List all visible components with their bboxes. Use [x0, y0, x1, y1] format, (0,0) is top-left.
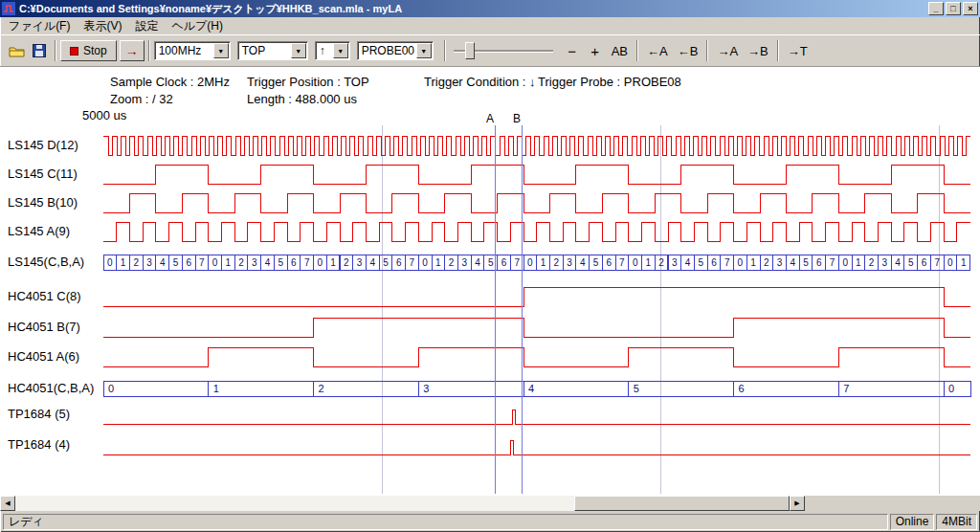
- move-b-left-button[interactable]: ←B: [673, 40, 703, 61]
- svg-text:6: 6: [291, 257, 297, 268]
- svg-text:1: 1: [750, 257, 756, 268]
- svg-text:7: 7: [304, 257, 310, 268]
- zoom-out-button[interactable]: −: [561, 40, 584, 61]
- run-arrow-icon: →: [125, 43, 139, 58]
- svg-text:1: 1: [226, 257, 232, 268]
- svg-text:3: 3: [252, 257, 257, 268]
- svg-text:0: 0: [108, 383, 114, 394]
- svg-text:1: 1: [856, 257, 861, 268]
- statusbar: レディ Online 4MBit: [0, 511, 980, 532]
- waveform-plot[interactable]: 0123456701234567012345670123456701234567…: [0, 67, 980, 496]
- minimize-button[interactable]: _: [928, 2, 944, 15]
- svg-text:1: 1: [435, 257, 441, 268]
- svg-text:3: 3: [462, 257, 468, 268]
- run-button[interactable]: →: [120, 40, 145, 61]
- svg-text:5: 5: [488, 257, 494, 268]
- save-button[interactable]: [28, 40, 51, 61]
- move-a-left-button[interactable]: ←A: [642, 40, 673, 61]
- move-a-right-button[interactable]: →A: [712, 40, 743, 61]
- svg-text:4: 4: [160, 257, 166, 268]
- svg-text:5: 5: [634, 383, 639, 394]
- svg-text:2: 2: [449, 257, 455, 268]
- scrollbar-thumb[interactable]: [574, 496, 790, 511]
- goto-trigger-button[interactable]: →T: [783, 40, 813, 61]
- chevron-down-icon[interactable]: ▼: [213, 43, 229, 58]
- ab-range-button[interactable]: AB: [607, 40, 633, 61]
- trigger-edge-select[interactable]: ↑ ▼: [315, 41, 350, 60]
- open-file-button[interactable]: [5, 40, 28, 61]
- menu-settings[interactable]: 設定: [128, 17, 165, 35]
- svg-text:4: 4: [265, 257, 271, 268]
- svg-text:4: 4: [528, 383, 534, 394]
- slider-thumb[interactable]: [465, 42, 475, 59]
- probe-select[interactable]: PROBE00 ▼: [357, 41, 434, 60]
- sample-clock-select[interactable]: 100MHz ▼: [154, 41, 231, 60]
- svg-text:5: 5: [383, 257, 389, 268]
- zoom-in-button[interactable]: +: [584, 40, 607, 61]
- scroll-left-icon[interactable]: ◀: [0, 496, 15, 511]
- svg-text:0: 0: [212, 257, 218, 268]
- svg-text:0: 0: [527, 257, 533, 268]
- sample-clock-value: 100MHz: [155, 44, 213, 57]
- svg-text:7: 7: [934, 257, 940, 268]
- stop-button[interactable]: Stop: [60, 40, 117, 61]
- svg-text:6: 6: [186, 257, 191, 268]
- toolbar: Stop → 100MHz ▼ TOP ▼ ↑ ▼ PROBE00 ▼ − + …: [0, 34, 980, 67]
- svg-text:6: 6: [816, 257, 822, 268]
- toolbar-separator: [148, 40, 150, 61]
- maximize-button[interactable]: □: [946, 2, 961, 15]
- toolbar-separator: [706, 40, 708, 61]
- svg-text:6: 6: [711, 257, 717, 268]
- svg-text:0: 0: [107, 257, 113, 268]
- svg-text:7: 7: [843, 383, 849, 394]
- close-button[interactable]: ×: [963, 2, 978, 15]
- zoom-slider[interactable]: [454, 40, 553, 61]
- svg-text:6: 6: [922, 257, 927, 268]
- svg-text:2: 2: [319, 383, 324, 394]
- trigger-edge-value: ↑: [316, 44, 333, 57]
- svg-text:2: 2: [134, 257, 140, 268]
- horizontal-scrollbar[interactable]: ◀ ▶: [0, 496, 805, 511]
- svg-text:4: 4: [370, 257, 376, 268]
- svg-text:7: 7: [410, 257, 415, 268]
- scroll-right-icon[interactable]: ▶: [790, 496, 805, 511]
- svg-text:2: 2: [554, 257, 560, 268]
- svg-text:1: 1: [961, 257, 967, 268]
- svg-text:A: A: [486, 112, 494, 125]
- menubar: ファイル(F) 表示(V) 設定 ヘルプ(H): [0, 17, 980, 34]
- chevron-down-icon[interactable]: ▼: [333, 43, 348, 58]
- probe-value: PROBE00: [358, 44, 416, 57]
- svg-text:5: 5: [278, 257, 283, 268]
- app-icon: [2, 2, 15, 15]
- menu-file[interactable]: ファイル(F): [2, 17, 77, 35]
- svg-text:4: 4: [685, 257, 691, 268]
- toolbar-separator: [636, 40, 638, 61]
- svg-text:2: 2: [238, 257, 244, 268]
- trigger-position-value: TOP: [238, 44, 291, 57]
- svg-text:5: 5: [593, 257, 599, 268]
- chevron-down-icon[interactable]: ▼: [416, 43, 432, 58]
- menu-view[interactable]: 表示(V): [77, 17, 128, 35]
- svg-text:4: 4: [475, 257, 480, 268]
- svg-text:3: 3: [777, 257, 783, 268]
- svg-text:1: 1: [121, 257, 126, 268]
- svg-text:7: 7: [199, 257, 205, 268]
- trigger-position-select[interactable]: TOP ▼: [237, 41, 308, 60]
- toolbar-separator: [444, 40, 446, 61]
- chevron-down-icon[interactable]: ▼: [291, 43, 306, 58]
- move-b-right-button[interactable]: →B: [743, 40, 773, 61]
- toolbar-separator: [777, 40, 779, 61]
- svg-text:2: 2: [344, 257, 349, 268]
- menu-help[interactable]: ヘルプ(H): [165, 17, 230, 35]
- scrollbar-row: ◀ ▶: [0, 496, 980, 511]
- svg-text:3: 3: [146, 257, 152, 268]
- svg-text:B: B: [513, 112, 521, 125]
- stop-label: Stop: [83, 44, 107, 57]
- window-title: C:¥Documents and Settings¥noname¥デスクトップ¥…: [19, 2, 926, 16]
- open-folder-icon: [9, 45, 25, 57]
- svg-text:0: 0: [318, 257, 323, 268]
- svg-text:4: 4: [580, 257, 586, 268]
- svg-text:3: 3: [882, 257, 888, 268]
- svg-text:3: 3: [357, 257, 363, 268]
- svg-text:3: 3: [567, 257, 572, 268]
